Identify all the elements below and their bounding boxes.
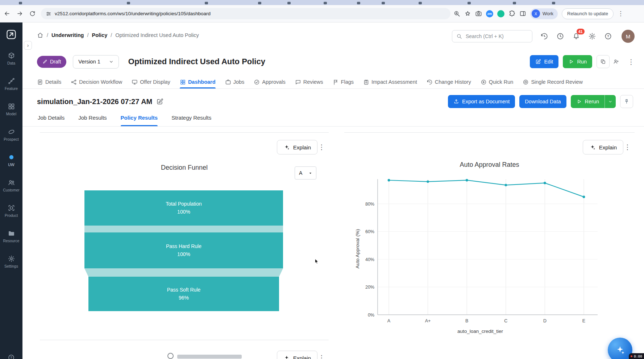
sidebar-item-data[interactable]: Data [0,46,22,71]
extension-dot-icon[interactable] [497,10,504,17]
explain-button[interactable]: Explain [277,140,317,154]
corridor-logo-icon[interactable] [6,29,17,40]
sidebar-item-settings[interactable]: Settings [0,249,22,274]
tab-favicon[interactable] [357,2,360,4]
home-icon[interactable] [37,32,43,38]
tab-change-history[interactable]: Change History [427,75,471,88]
site-settings-icon[interactable] [46,11,51,17]
tab-favicon[interactable] [258,2,261,4]
version-dropdown[interactable]: Version 1 [73,55,119,69]
panel-menu-icon[interactable]: ⋮ [318,354,325,359]
subtab-job-details[interactable]: Job Details [38,115,65,126]
tabs-divider [22,88,644,89]
tab-favicon[interactable] [513,2,516,4]
history-icon[interactable] [540,32,548,40]
tab-flags[interactable]: Flags [333,75,354,88]
sidebar-item-customer[interactable]: Customer [0,173,22,198]
tab-favicon[interactable] [287,2,291,4]
tab-favicon[interactable] [468,2,471,4]
copy-icon [600,59,606,65]
settings-gear-icon[interactable] [588,32,596,40]
breadcrumb-item-policy[interactable]: Policy [92,32,107,38]
browser-profile-button[interactable]: X Work [530,8,558,19]
tab-decision-workflow[interactable]: Decision Workflow [71,75,122,88]
camera-icon[interactable] [475,10,482,17]
page-title: Optimized Indirect Used Auto Policy [128,57,265,66]
auto-approval-panel: Explain ⋮ Auto Approval Rates 0%20%40%60… [344,132,635,359]
relaunch-button[interactable]: Relaunch to update [562,8,614,19]
reload-icon[interactable] [29,10,36,17]
pin-icon [624,99,630,104]
tab-favicon[interactable] [382,2,385,4]
tab-favicon[interactable] [552,2,555,4]
user-avatar[interactable]: M [622,30,635,43]
more-options-icon[interactable]: ⋮ [628,58,635,66]
tab-approvals[interactable]: Approvals [254,75,285,88]
tab-jobs[interactable]: Jobs [225,75,245,88]
funnel-filter-select[interactable]: A [295,166,316,180]
bookmark-star-icon[interactable] [464,10,471,17]
subtab-strategy-results[interactable]: Strategy Results [171,115,211,126]
svg-text:?: ? [607,34,609,38]
funnel-stage-pass-hard-rule[interactable]: Pass Hard Rule100% [84,232,283,268]
panel-menu-icon[interactable]: ⋮ [624,143,631,151]
extensions-puzzle-icon[interactable] [508,10,515,17]
tab-quick-run[interactable]: Quick Run [481,75,514,88]
tab-favicon[interactable] [419,2,422,4]
tab-offer-display[interactable]: Offer Display [132,75,170,88]
help-icon[interactable]: ? [604,32,612,40]
tab-single-record-review[interactable]: Single Record Review [523,75,583,88]
export-document-button[interactable]: Export as Document [448,95,515,108]
share-access-button[interactable] [610,55,623,68]
back-icon[interactable] [4,10,11,17]
browser-tab-strip[interactable] [0,0,644,5]
tab-reviews[interactable]: Reviews [295,75,323,88]
sidebar-item-feature[interactable]: Feature [0,71,22,96]
rerun-dropdown-button[interactable] [604,95,616,108]
sidebar-item-model[interactable]: Model [0,96,22,122]
zoom-extension-icon[interactable]: zm [486,10,493,17]
search-input[interactable] [465,33,532,40]
run-button[interactable]: Run [563,55,592,68]
edit-button[interactable]: Edit [530,55,558,68]
rerun-button[interactable]: Rerun [571,95,605,108]
recording-dot-icon [631,355,632,357]
tab-favicon[interactable] [127,2,130,4]
rename-icon[interactable] [156,98,163,105]
side-panel-icon[interactable] [519,10,526,17]
sidebar-item-resource[interactable]: Resource [0,223,22,249]
panel-menu-icon[interactable]: ⋮ [318,143,325,151]
tab-details[interactable]: Details [37,75,61,88]
breadcrumb-item-optimized-indirect-used-auto-policy[interactable]: Optimized Indirect Used Auto Policy [115,32,199,38]
browser-menu-icon[interactable]: ⋮ [618,11,624,17]
recent-activity-icon[interactable] [556,32,564,40]
line-chart[interactable]: 0%20%40%60%80%AA+BCDEAuto Approval (%) [353,173,607,323]
zoom-icon[interactable] [453,10,460,17]
tab-impact-assessment[interactable]: Impact Assessment [363,75,417,88]
tab-favicon[interactable] [205,2,208,4]
tab-favicon[interactable] [324,2,327,4]
notifications-button[interactable]: 41 [572,32,580,40]
explain-button[interactable]: Explain [583,140,623,154]
download-data-button[interactable]: Download Data [519,95,566,108]
subtab-job-results[interactable]: Job Results [78,115,107,126]
sidebar-item-product[interactable]: Product [0,198,22,223]
funnel-stage-pass-soft-rule[interactable]: Pass Soft Rule96% [88,277,279,311]
sidebar-help-icon[interactable]: ? [8,354,15,359]
sidebar-item-uw[interactable]: UW [0,147,22,173]
url-bar[interactable]: v2512.corridorplatforms.com/ws/10/underw… [41,8,450,19]
tab-dashboard[interactable]: Dashboard [180,75,216,88]
breadcrumb-item-underwriting[interactable]: Underwriting [51,32,84,38]
search-box[interactable] [452,30,532,42]
duplicate-button[interactable] [597,55,610,68]
profile-avatar: X [532,9,540,18]
funnel-chart[interactable]: Total Population100%Pass Hard Rule100%Pa… [84,190,283,311]
subtab-policy-results[interactable]: Policy Results [121,115,158,126]
explain-button[interactable]: Explain [277,351,317,359]
tab-favicon[interactable] [19,2,22,4]
pin-button[interactable] [620,95,633,108]
funnel-stage-total-population[interactable]: Total Population100% [84,190,283,226]
forward-icon[interactable] [16,10,23,17]
sidebar-item-prospect[interactable]: Prospect [0,122,22,147]
sidebar-expand-button[interactable]: › [24,41,32,50]
